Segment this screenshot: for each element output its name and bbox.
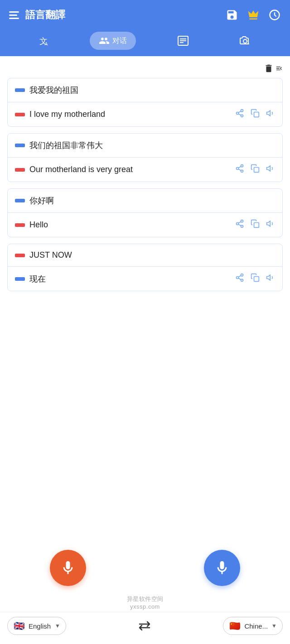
copy-icon[interactable]: [251, 164, 260, 175]
share-icon[interactable]: [235, 273, 244, 284]
app-title: 語言翻譯: [25, 8, 65, 22]
source-language-selector[interactable]: 🇬🇧 English ▼: [7, 617, 66, 635]
svg-point-17: [241, 170, 243, 172]
mic-left-button[interactable]: [50, 550, 86, 586]
svg-point-9: [237, 112, 239, 115]
card-actions: [235, 219, 275, 231]
delete-all-button[interactable]: [264, 63, 283, 73]
copy-icon[interactable]: [251, 273, 260, 284]
translation-card: 你好啊 Hello: [7, 188, 283, 237]
bottom-area: 异星软件空间yxssp.com 🇬🇧 English ▼ 🇨🇳 Chine...: [0, 541, 290, 644]
target-lang-indicator: [15, 113, 25, 116]
speak-icon[interactable]: [266, 164, 275, 175]
card-source-row: 我爱我的祖国: [8, 78, 282, 102]
target-lang-name: Chine...: [244, 622, 268, 630]
content-area: 我爱我的祖国 I love my motherland: [0, 56, 290, 541]
svg-point-10: [241, 115, 243, 117]
card-target-row: Hello: [8, 213, 282, 237]
tab-document[interactable]: [168, 32, 198, 50]
speak-icon[interactable]: [266, 219, 275, 231]
translation-card: 我们的祖国非常伟大 Our motherland is very great: [7, 133, 283, 182]
svg-line-26: [238, 221, 241, 223]
svg-point-24: [241, 225, 243, 227]
history-button[interactable]: [268, 9, 281, 21]
mic-right-button[interactable]: [204, 550, 240, 586]
tab-dialog-label: 对话: [112, 36, 127, 46]
target-lang-indicator: [15, 277, 25, 281]
svg-line-32: [238, 278, 241, 279]
svg-point-8: [241, 110, 243, 112]
svg-marker-21: [267, 166, 271, 171]
svg-line-33: [238, 275, 241, 277]
card-actions: [235, 164, 275, 175]
mic-row: [0, 550, 290, 595]
target-flag: 🇨🇳: [229, 620, 241, 632]
svg-point-16: [237, 168, 239, 170]
target-text: Our motherland is very great: [29, 165, 231, 174]
svg-rect-34: [254, 277, 259, 282]
svg-rect-13: [254, 112, 259, 117]
toolbar-row: [7, 61, 283, 78]
svg-point-15: [241, 165, 243, 167]
swap-languages-button[interactable]: [137, 620, 152, 632]
target-text: I love my motherland: [29, 110, 231, 119]
translation-cards: 我爱我的祖国 I love my motherland: [7, 78, 283, 298]
premium-button[interactable]: [246, 8, 260, 22]
source-lang-indicator: [15, 199, 25, 202]
speak-icon[interactable]: [266, 109, 275, 120]
share-icon[interactable]: [235, 164, 244, 175]
translation-card: JUST NOW 现在: [7, 244, 283, 291]
card-target-row: Our motherland is very great: [8, 158, 282, 182]
save-button[interactable]: [226, 9, 238, 21]
svg-point-22: [241, 220, 243, 222]
svg-point-31: [241, 279, 243, 281]
menu-icon[interactable]: [9, 11, 19, 19]
copy-icon[interactable]: [251, 109, 260, 120]
target-lang-indicator: [15, 168, 25, 172]
copy-icon[interactable]: [251, 219, 260, 231]
svg-point-29: [241, 274, 243, 276]
speak-icon[interactable]: [266, 273, 275, 284]
source-flag: 🇬🇧: [13, 620, 25, 632]
svg-marker-28: [267, 221, 271, 226]
tabs: 文 A 对话: [9, 28, 281, 56]
target-text: Hello: [29, 220, 231, 230]
svg-point-7: [243, 39, 247, 43]
card-source-row: 你好啊: [8, 189, 282, 212]
tab-dialog[interactable]: 对话: [90, 32, 136, 50]
svg-line-11: [238, 114, 241, 115]
svg-rect-27: [254, 223, 259, 228]
source-text: 我爱我的祖国: [29, 85, 275, 96]
source-lang-name: English: [29, 622, 51, 630]
source-lang-chevron: ▼: [55, 623, 60, 629]
tab-camera[interactable]: [230, 32, 261, 50]
target-text: 现在: [29, 274, 231, 284]
svg-point-30: [237, 277, 239, 279]
language-selector-bar: 🇬🇧 English ▼ 🇨🇳 Chine... ▼: [0, 612, 290, 644]
svg-line-19: [238, 166, 241, 168]
source-text: JUST NOW: [29, 250, 275, 260]
source-lang-indicator: [15, 254, 25, 257]
svg-line-12: [238, 111, 241, 112]
svg-rect-20: [254, 168, 259, 173]
tab-text[interactable]: 文 A: [29, 32, 58, 50]
header-top: 語言翻譯: [9, 8, 281, 28]
source-text: 你好啊: [29, 195, 275, 206]
source-lang-indicator: [15, 88, 25, 92]
card-target-row: 现在: [8, 267, 282, 291]
card-actions: [235, 109, 275, 120]
share-icon[interactable]: [235, 109, 244, 120]
card-source-row: 我们的祖国非常伟大: [8, 134, 282, 157]
target-language-selector[interactable]: 🇨🇳 Chine... ▼: [223, 617, 283, 635]
card-target-row: I love my motherland: [8, 102, 282, 126]
svg-line-18: [238, 169, 241, 170]
svg-point-23: [237, 223, 239, 225]
share-icon[interactable]: [235, 219, 244, 231]
card-actions: [235, 273, 275, 284]
source-lang-indicator: [15, 144, 25, 147]
target-lang-indicator: [15, 223, 25, 227]
watermark: 异星软件空间yxssp.com: [0, 595, 290, 612]
translation-card: 我爱我的祖国 I love my motherland: [7, 78, 283, 127]
svg-marker-35: [267, 275, 271, 280]
header-left: 語言翻譯: [9, 8, 65, 22]
